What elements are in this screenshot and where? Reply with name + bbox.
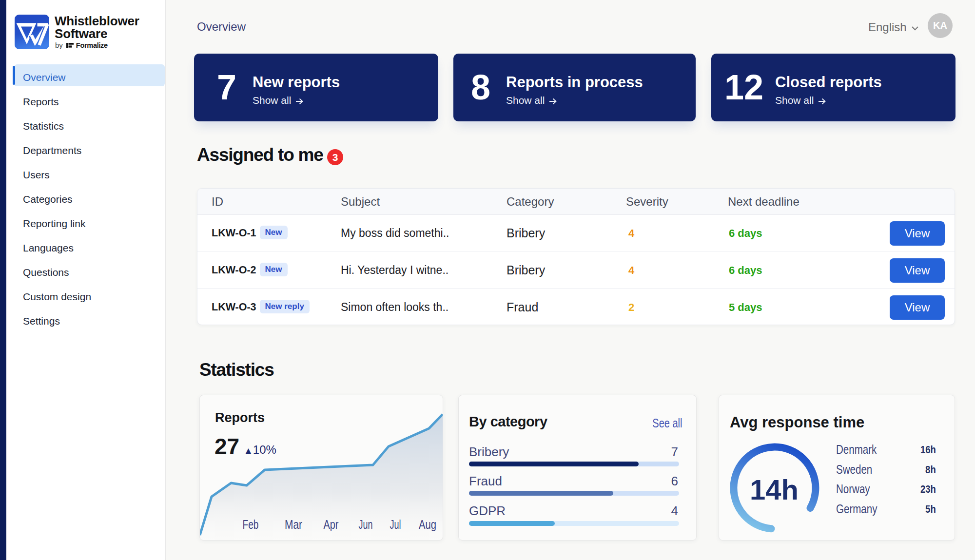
- svg-text:Feb: Feb: [243, 518, 259, 531]
- svg-text:Apr: Apr: [324, 518, 339, 531]
- svg-text:Jul: Jul: [390, 518, 401, 531]
- svg-text:Aug: Aug: [419, 518, 436, 531]
- svg-text:Mar: Mar: [285, 518, 302, 531]
- svg-text:Jun: Jun: [359, 518, 373, 531]
